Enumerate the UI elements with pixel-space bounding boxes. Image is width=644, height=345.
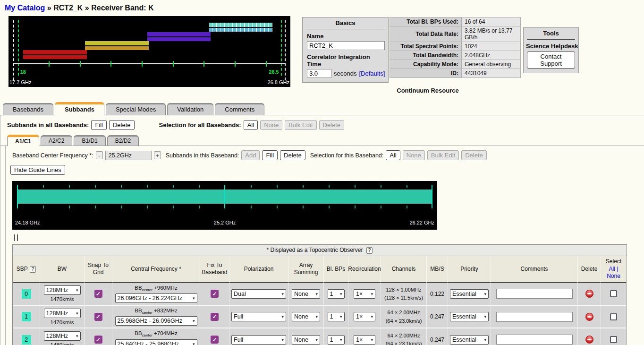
chevron-down-icon: ▾ (371, 314, 373, 319)
frequency-increment-button[interactable]: + (154, 151, 161, 159)
fix-to-baseband-checkbox[interactable]: ✓ (211, 313, 219, 321)
comment-input[interactable] (496, 289, 573, 299)
recirculation-select[interactable]: 1×▾ (354, 289, 375, 299)
baseband-add-button[interactable]: Add (241, 150, 260, 160)
tab-subbands[interactable]: Subbands (55, 102, 104, 115)
hide-guide-lines-button[interactable]: Hide Guide Lines (10, 165, 65, 175)
splitter-handle[interactable] (14, 234, 644, 241)
help-icon[interactable]: ? (30, 266, 36, 273)
all-basebands-selection-bulk-edit-button[interactable]: Bulk Edit (285, 120, 316, 130)
bl-bps-select[interactable]: 1▾ (328, 335, 345, 345)
select-all-link[interactable]: All (609, 266, 615, 272)
priority-select[interactable]: Essential▾ (450, 312, 489, 321)
tab-validation[interactable]: Validation (167, 103, 213, 115)
baseband-selection-none-button[interactable]: None (403, 150, 425, 160)
select-row-checkbox[interactable] (610, 290, 617, 297)
summary-value: 16 of 64 (462, 17, 521, 26)
baseband-selection-buttons: AllNoneBulk EditDelete (386, 150, 486, 160)
delete-cell (578, 328, 601, 345)
snap-to-grid-checkbox[interactable]: ✓ (94, 290, 102, 298)
fix-to-baseband-cell: ✓ (200, 306, 229, 328)
integration-time-input[interactable] (307, 69, 331, 78)
bl-bps-select[interactable]: 1▾ (328, 289, 345, 299)
fix-to-baseband-checkbox[interactable]: ✓ (211, 336, 219, 344)
channels-velocity: (128 × 11.5km/s) (384, 294, 423, 301)
recirculation-select[interactable]: 1×▾ (354, 335, 375, 345)
comments-cell (491, 328, 578, 345)
polarization-cell: Full▾ (229, 306, 288, 328)
baseband-selection-delete-button[interactable]: Delete (461, 150, 487, 160)
select-row-checkbox[interactable] (610, 313, 617, 320)
snap-to-grid-checkbox[interactable]: ✓ (94, 336, 102, 344)
summary-label: Capability Mode: (390, 60, 462, 69)
comment-input[interactable] (496, 312, 573, 322)
central-frequency-select[interactable]: 25.84GHz - 25.968GHz▾ (115, 339, 197, 345)
delete-subband-button[interactable] (585, 336, 593, 344)
bw-select-value: 128MHz (46, 310, 68, 317)
all-basebands-fill-button[interactable]: Fill (91, 120, 107, 130)
recirculation-select-value: 1× (356, 313, 363, 320)
polarization-select[interactable]: Full▾ (231, 312, 286, 321)
minus-bar-icon (587, 339, 592, 340)
chevron-down-icon: ▾ (371, 337, 373, 342)
bw-select[interactable]: 128MHz▾ (44, 331, 81, 341)
column-header-recirculation: Recirculation (348, 256, 381, 283)
priority-select[interactable]: Essential▾ (450, 335, 489, 345)
polarization-select[interactable]: Dual▾ (231, 289, 286, 299)
baseband-tab-b2-d2[interactable]: B2/D2 (107, 135, 139, 146)
array-summing-select[interactable]: None▾ (292, 335, 320, 345)
tab-comments[interactable]: Comments (215, 103, 264, 115)
baseband-selection-bulk-edit-button[interactable]: Bulk Edit (427, 150, 459, 160)
array-summing-select[interactable]: None▾ (292, 312, 320, 321)
header-line: Priority (460, 266, 478, 273)
all-basebands-selection-all-button[interactable]: All (244, 120, 258, 130)
baseband-delete-button[interactable]: Delete (280, 150, 305, 160)
column-header-channels: Channels (381, 256, 427, 283)
tab-basebands[interactable]: Basebands (3, 103, 53, 115)
defaults-link[interactable]: [Defaults] (359, 70, 385, 77)
delete-subband-button[interactable] (585, 290, 593, 298)
all-basebands-selection-delete-button[interactable]: Delete (319, 120, 345, 130)
contact-support-button[interactable]: Contact Support (527, 52, 575, 69)
central-frequency-select[interactable]: 26.096GHz - 26.224GHz▾ (115, 293, 197, 303)
polarization-select[interactable]: Full▾ (231, 335, 286, 345)
tab-special-modes[interactable]: Special Modes (106, 103, 166, 115)
baseband-selection-all-button[interactable]: All (386, 150, 400, 160)
priority-select[interactable]: Essential▾ (450, 289, 489, 299)
bw-cell: 128MHz▾1470km/s (40, 306, 85, 328)
help-icon[interactable]: ? (366, 247, 373, 254)
select-none-link[interactable]: None (607, 273, 620, 279)
subband-axis-center-label: 25.2 GHz (214, 220, 236, 225)
baseband-tab-a2-c2[interactable]: A2/C2 (41, 135, 72, 146)
array-summing-select[interactable]: None▾ (292, 289, 320, 299)
delete-subband-button[interactable] (585, 313, 593, 321)
central-frequency-select[interactable]: 25.968GHz - 26.096GHz▾ (115, 316, 197, 326)
chevron-down-icon: ▾ (281, 292, 284, 296)
axis-tick (235, 61, 236, 67)
bw-select[interactable]: 128MHz▾ (44, 309, 81, 318)
snap-to-grid-checkbox[interactable]: ✓ (94, 313, 102, 321)
fix-to-baseband-checkbox[interactable]: ✓ (211, 290, 219, 298)
bw-cell: 128MHz▾1470km/s (40, 283, 85, 306)
all-basebands-delete-button[interactable]: Delete (109, 120, 135, 130)
bw-select[interactable]: 128MHz▾ (44, 285, 81, 295)
array-summing-cell: None▾ (288, 306, 324, 328)
baseband-b1d1-bar-bottom (147, 37, 211, 41)
baseband-tab-b1-d1[interactable]: B1/D1 (74, 135, 105, 146)
all-basebands-selection-none-button[interactable]: None (260, 120, 282, 130)
name-input[interactable] (307, 41, 385, 50)
bl-bps-select[interactable]: 1▾ (328, 312, 345, 321)
subband-table: * Displayed as a Topocentric Observer ?S… (12, 244, 627, 345)
select-row-checkbox[interactable] (610, 336, 617, 343)
recirculation-select[interactable]: 1×▾ (354, 312, 375, 321)
axis-tick (203, 61, 204, 67)
chevron-down-icon: ▾ (281, 314, 284, 319)
axis-tick (173, 61, 174, 67)
sbp-badge: 1 (22, 312, 31, 321)
breadcrumb-my-catalog-link[interactable]: My Catalog (5, 4, 45, 12)
frequency-decrement-button[interactable]: - (96, 151, 103, 159)
priority-cell: Essential▾ (448, 283, 491, 306)
baseband-tab-a1-c1[interactable]: A1/C1 (7, 135, 39, 146)
baseband-fill-button[interactable]: Fill (262, 150, 278, 160)
comment-input[interactable] (496, 335, 573, 345)
